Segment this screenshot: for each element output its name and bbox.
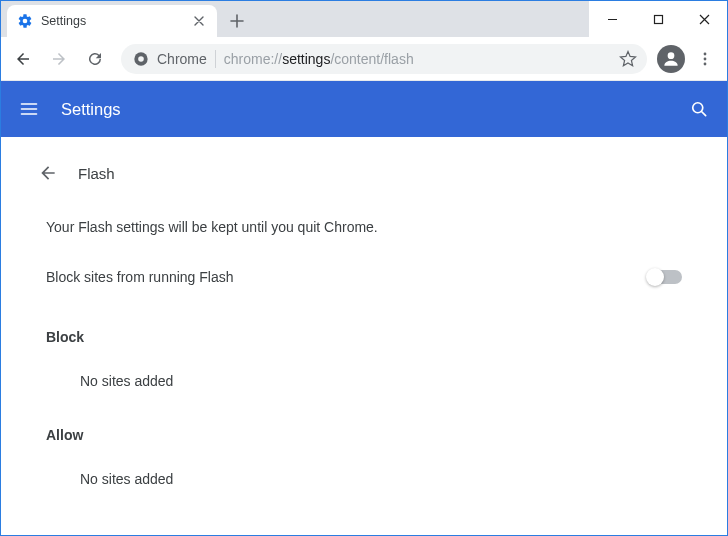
nav-back-button[interactable] [7, 43, 39, 75]
address-bar[interactable]: Chrome chrome://settings/content/flash [121, 44, 647, 74]
bookmark-star-icon[interactable] [619, 50, 637, 68]
toggle-knob [646, 268, 664, 286]
svg-rect-0 [654, 15, 662, 23]
block-section-header: Block [46, 313, 682, 351]
nav-forward-button[interactable] [43, 43, 75, 75]
svg-point-6 [704, 62, 707, 65]
flash-settings-section: Your Flash settings will be kept until y… [24, 201, 704, 509]
hamburger-menu-icon[interactable] [17, 97, 41, 121]
settings-appbar: Settings [1, 81, 727, 137]
profile-avatar-button[interactable] [657, 45, 685, 73]
browser-menu-button[interactable] [689, 43, 721, 75]
page-subheader: Flash [24, 145, 704, 201]
page-info-text: Your Flash settings will be kept until y… [46, 201, 682, 261]
settings-content: Flash Your Flash settings will be kept u… [1, 137, 727, 535]
tab-strip: Settings [1, 1, 589, 37]
settings-card: Flash Your Flash settings will be kept u… [24, 137, 704, 535]
browser-tab[interactable]: Settings [7, 5, 217, 37]
window-titlebar: Settings [1, 1, 727, 37]
svg-point-3 [668, 52, 675, 59]
tab-close-icon[interactable] [191, 13, 207, 29]
url-host: settings [282, 51, 330, 67]
tab-title: Settings [41, 14, 183, 28]
svg-point-4 [704, 52, 707, 55]
browser-toolbar: Chrome chrome://settings/content/flash [1, 37, 727, 81]
page-title: Flash [78, 165, 115, 182]
svg-point-2 [138, 56, 144, 62]
allow-section-header: Allow [46, 411, 682, 449]
window-close-button[interactable] [681, 1, 727, 37]
window-controls [589, 1, 727, 37]
window-minimize-button[interactable] [589, 1, 635, 37]
omnibox-divider [215, 50, 216, 68]
svg-point-5 [704, 57, 707, 60]
chrome-chip-label: Chrome [157, 51, 207, 67]
toggle-label: Block sites from running Flash [46, 269, 648, 285]
block-section-empty: No sites added [46, 351, 682, 411]
block-flash-toggle[interactable] [648, 270, 682, 284]
url-path: /content/flash [330, 51, 413, 67]
nav-reload-button[interactable] [79, 43, 111, 75]
settings-search-icon[interactable] [687, 97, 711, 121]
window-maximize-button[interactable] [635, 1, 681, 37]
appbar-title: Settings [61, 100, 687, 119]
url-text: chrome://settings/content/flash [224, 51, 414, 67]
page-back-button[interactable] [28, 153, 68, 193]
block-flash-toggle-row: Block sites from running Flash [46, 261, 682, 313]
url-scheme: chrome:// [224, 51, 282, 67]
chrome-icon [133, 51, 149, 67]
allow-section-empty: No sites added [46, 449, 682, 509]
settings-gear-icon [17, 13, 33, 29]
new-tab-button[interactable] [223, 7, 251, 35]
